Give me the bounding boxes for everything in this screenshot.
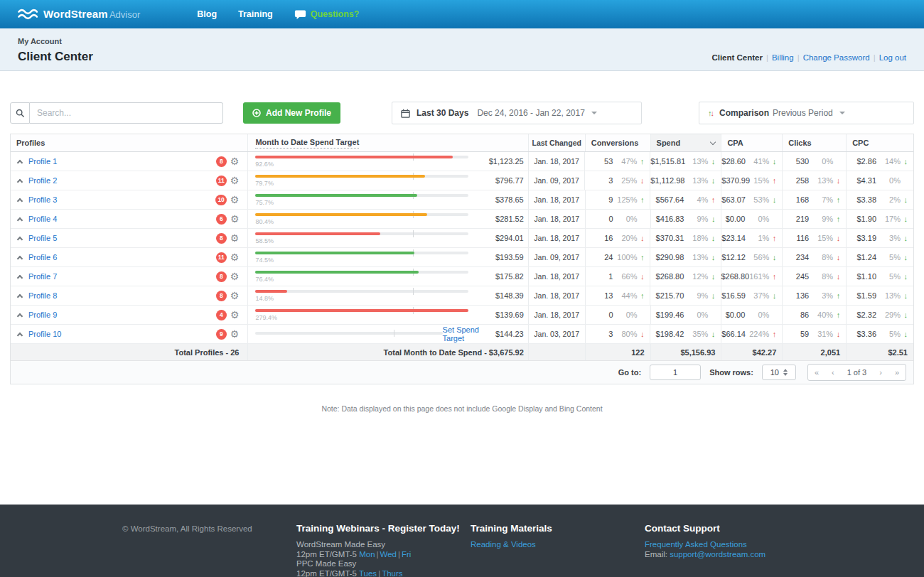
gear-icon[interactable]: ⚙ [230, 156, 240, 166]
gear-icon[interactable]: ⚙ [230, 195, 240, 205]
profile-link[interactable]: Profile 6 [28, 253, 57, 261]
conversions-cell: 380%↓ [585, 325, 650, 343]
conversions-cell: 00% [585, 210, 650, 228]
profile-link[interactable]: Profile 2 [28, 176, 57, 185]
profile-cell: Profile 1 8 ⚙ [11, 152, 247, 171]
profile-link[interactable]: Profile 10 [28, 330, 61, 338]
webinar-fri-link[interactable]: Fri [402, 550, 411, 559]
chevron-up-icon[interactable] [17, 255, 23, 261]
comparison-value: Previous Period [773, 108, 833, 118]
chevron-up-icon[interactable] [17, 332, 23, 338]
alert-badge[interactable]: 9 [216, 329, 227, 340]
link-billing[interactable]: Billing [772, 53, 794, 62]
change-arrow-icon: ↓ [708, 291, 715, 300]
next-page-button[interactable]: › [873, 368, 888, 377]
header-last-changed[interactable]: Last Changed [528, 134, 585, 151]
last-changed-value: Jan. 18, 2017 [528, 190, 585, 209]
profile-link[interactable]: Profile 7 [28, 272, 57, 281]
total-cpa: $42.27 [721, 344, 782, 360]
change-arrow-icon: ↑ [833, 215, 840, 223]
gear-icon[interactable]: ⚙ [230, 233, 240, 243]
gear-icon[interactable]: ⚙ [230, 214, 240, 224]
nav-blog[interactable]: Blog [197, 9, 217, 19]
goto-page-input[interactable] [650, 365, 701, 380]
gear-icon[interactable]: ⚙ [230, 271, 240, 281]
gear-icon[interactable]: ⚙ [230, 252, 240, 262]
chevron-up-icon[interactable] [17, 293, 23, 299]
chevron-up-icon[interactable] [17, 217, 23, 222]
change-arrow-icon: ↑ [637, 291, 644, 300]
profile-link[interactable]: Profile 9 [28, 311, 57, 319]
alert-badge[interactable]: 8 [216, 291, 227, 301]
profile-link[interactable]: Profile 4 [28, 215, 57, 223]
header-cpc[interactable]: CPC [846, 134, 913, 151]
header-clicks[interactable]: Clicks [782, 134, 846, 151]
spend-target-bar [255, 332, 442, 337]
prev-page-button[interactable]: ‹ [825, 368, 841, 377]
header-conversions[interactable]: Conversions [585, 134, 650, 151]
gear-icon[interactable]: ⚙ [230, 176, 240, 185]
profile-cell: Profile 3 10 ⚙ [11, 190, 247, 209]
change-arrow-icon: ↓ [769, 291, 776, 300]
profile-link[interactable]: Profile 1 [28, 157, 57, 166]
cpc-cell: $1.105%↓ [846, 267, 913, 286]
change-arrow-icon: ↓ [708, 215, 715, 223]
webinar-thurs-link[interactable]: Thurs [382, 569, 402, 577]
gear-icon[interactable]: ⚙ [230, 310, 240, 320]
reading-videos-link[interactable]: Reading & Videos [471, 540, 536, 549]
search-input[interactable] [30, 102, 223, 124]
search-icon [16, 109, 25, 118]
table-row: Profile 5 8 ⚙ 58.5% $294.01 Jan. 18, 201… [11, 229, 913, 248]
header-cpa[interactable]: CPA [721, 134, 782, 151]
brand-name: WordStream [43, 8, 108, 20]
link-log-out[interactable]: Log out [879, 53, 906, 62]
change-arrow-icon: ↑ [708, 195, 715, 204]
date-range-picker[interactable]: Last 30 Days Dec 24, 2016 - Jan 22, 2017 [392, 102, 642, 124]
chevron-up-icon[interactable] [17, 198, 23, 203]
first-page-button[interactable]: « [808, 368, 825, 377]
gear-icon[interactable]: ⚙ [230, 291, 240, 301]
webinar-mon-link[interactable]: Mon [359, 550, 375, 559]
chevron-up-icon[interactable] [17, 159, 23, 165]
wordstream-logo[interactable]: WordStreamAdvisor [18, 8, 140, 21]
show-rows-select[interactable]: 10 [762, 365, 796, 380]
profile-link[interactable]: Profile 5 [28, 234, 57, 242]
webinar-line: PPC Made Easy [296, 559, 471, 569]
link-change-password[interactable]: Change Password [803, 53, 870, 62]
link-client-center[interactable]: Client Center [711, 53, 763, 62]
alert-badge[interactable]: 6 [216, 214, 227, 225]
support-email-link[interactable]: support@wordstream.com [670, 550, 765, 559]
chevron-up-icon[interactable] [17, 313, 23, 318]
faq-link[interactable]: Frequently Asked Questions [645, 540, 747, 549]
set-spend-target-link[interactable]: Set Spend Target [443, 325, 495, 343]
chevron-up-icon[interactable] [17, 178, 23, 184]
search-button[interactable] [10, 102, 30, 124]
header-profiles[interactable]: Profiles [11, 134, 247, 151]
alert-badge[interactable]: 10 [215, 195, 226, 205]
nav-training[interactable]: Training [238, 9, 273, 19]
alert-badge[interactable]: 8 [216, 233, 227, 244]
alert-badge[interactable]: 11 [216, 252, 227, 263]
webinars-heading: Training Webinars - Register Today! [296, 523, 471, 534]
header-spend-target[interactable]: Month to Date Spend Target [247, 134, 527, 151]
alert-badge[interactable]: 8 [216, 156, 227, 167]
last-page-button[interactable]: » [888, 368, 906, 377]
add-new-profile-button[interactable]: Add New Profile [243, 102, 340, 124]
comparison-selector[interactable]: ↑↓ Comparison Previous Period [699, 102, 914, 124]
chevron-up-icon[interactable] [17, 274, 23, 280]
profile-link[interactable]: Profile 8 [28, 291, 57, 300]
chevron-up-icon[interactable] [17, 236, 23, 242]
gear-icon[interactable]: ⚙ [230, 329, 240, 339]
nav-questions[interactable]: Questions? [311, 9, 360, 19]
spend-target-percent: 58.5% [255, 237, 468, 244]
alert-badge[interactable]: 11 [216, 176, 227, 186]
webinar-tues-link[interactable]: Tues [359, 569, 377, 577]
header-spend[interactable]: Spend [650, 134, 721, 151]
profile-link[interactable]: Profile 3 [28, 195, 57, 204]
cpa-cell: $370.9915%↑ [721, 171, 782, 190]
last-changed-value: Jan. 18, 2017 [528, 306, 585, 324]
page-title: Client Center [18, 50, 93, 64]
alert-badge[interactable]: 8 [216, 271, 227, 282]
webinar-wed-link[interactable]: Wed [380, 550, 397, 559]
alert-badge[interactable]: 4 [216, 310, 227, 320]
